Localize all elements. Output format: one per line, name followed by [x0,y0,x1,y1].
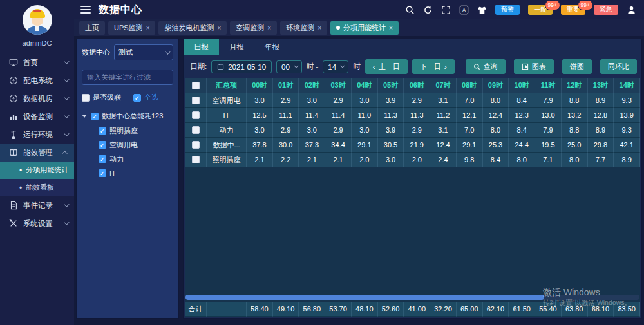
sidebar-item-power-distribution[interactable]: 配电系统 [0,71,74,89]
tree-node-checkbox[interactable]: ✓ [99,127,106,135]
value-cell: 12.5 [247,108,273,123]
chevron-down-icon [64,59,69,64]
close-icon[interactable]: × [146,24,150,32]
theme-shirt-icon[interactable] [477,5,487,15]
refresh-icon[interactable] [423,5,433,15]
tab-分项用能统计[interactable]: 分项用能统计× [330,21,399,35]
sidebar-subitem-energy-board[interactable]: •能效看板 [0,179,74,196]
next-day-button[interactable]: 下一日 › [412,59,455,74]
bullet-icon: • [19,166,22,175]
energy-table: 汇总项00时01时02时03时04时05时06时07时08时09时10时11时1… [185,78,640,317]
hour-start-select[interactable]: 00 [276,60,302,73]
totals-value-cell: 55.40 [535,302,562,317]
cascade-label[interactable]: 是否级联 [93,93,121,102]
date-picker[interactable]: 2021-05-10 [211,60,272,73]
tab-label: 主页 [85,23,99,33]
menu-toggle-icon[interactable] [80,6,91,14]
tab-主页[interactable]: 主页 [79,21,105,35]
datacenter-select[interactable]: 测试 [114,44,173,60]
row-checkbox[interactable] [192,126,200,134]
row-checkbox-cell [185,153,207,167]
pie-chart-button[interactable]: 饼图 [562,59,592,74]
sidebar-item-environment[interactable]: 运行环境 [0,125,74,144]
chart-button[interactable]: 图表 [514,59,554,74]
tab-bar: 主页UPS监测×柴油发电机监测×空调监测×环境监测×分项用能统计× [74,19,644,36]
row-label-cell: 空调用电 [207,93,247,108]
select-all-rows-checkbox[interactable] [192,82,200,89]
close-icon[interactable]: × [317,24,321,32]
tree-node-checkbox[interactable]: ✓ [99,141,106,149]
tree-root-checkbox[interactable]: ✓ [91,113,99,120]
energy-icon [9,148,18,157]
tab-空调监测[interactable]: 空调监测× [230,21,277,35]
header-cell: 汇总项 [207,78,247,93]
tree-node-IT[interactable]: ✓IT [99,166,173,180]
user-icon[interactable] [627,5,636,15]
tab-柴油发电机监测[interactable]: 柴油发电机监测× [158,21,227,35]
sidebar-item-home[interactable]: 首页 [0,53,74,71]
alarm-badge-urgent[interactable]: 紧急 [594,5,618,15]
close-icon[interactable]: × [389,24,393,32]
select-all-checkbox[interactable]: ✓ [133,94,141,102]
value-cell: 19.5 [535,138,562,153]
value-cell: 3.9 [378,93,404,108]
sidebar-item-system-settings[interactable]: 系统设置 [0,214,74,232]
close-icon[interactable]: × [217,24,221,32]
fullscreen-icon[interactable] [441,5,451,15]
alarm-badge-warn[interactable]: 预警 [495,5,520,15]
sidebar-item-event-log[interactable]: 事件记录 [0,196,74,214]
row-checkbox[interactable] [192,97,200,104]
hour-start-value: 00 [281,63,290,71]
cascade-checkbox[interactable] [82,94,90,102]
tree-node-照明插座[interactable]: ✓照明插座 [99,124,173,138]
avatar[interactable] [23,5,52,35]
tab-环境监测[interactable]: 环境监测× [280,21,327,35]
prev-day-button[interactable]: ‹ 上一日 [365,59,408,74]
tree-filter-input[interactable] [82,70,173,85]
row-checkbox[interactable] [192,156,200,163]
scrollbar-thumb[interactable] [185,295,544,300]
tree-children: ✓照明插座✓空调用电✓动力✓IT [99,124,173,180]
tree-node-checkbox[interactable]: ✓ [99,169,106,177]
translate-icon[interactable]: A [459,5,469,15]
calendar-icon [217,63,224,70]
tree-expand-caret-icon[interactable] [82,115,87,118]
report-tab-日报[interactable]: 日报 [184,39,219,55]
totals-value-cell: 61.50 [509,302,535,317]
report-tab-月报[interactable]: 月报 [219,39,254,55]
tree-node-动力[interactable]: ✓动力 [99,152,173,166]
search-icon[interactable] [405,5,415,15]
alarm-badge-important[interactable]: 重要99+ [561,5,585,15]
value-cell: 2.4 [430,153,457,167]
row-checkbox[interactable] [192,111,200,119]
tab-label: 柴油发电机监测 [164,23,214,33]
tab-UPS监测[interactable]: UPS监测× [108,21,155,35]
value-cell: 12.4 [483,108,509,123]
close-icon[interactable]: × [267,24,271,32]
select-all-label[interactable]: 全选 [144,93,158,102]
header-cell: 10时 [509,78,535,93]
query-button[interactable]: 查询 [466,59,506,74]
report-tab-年报[interactable]: 年报 [254,39,290,55]
hour-end-select[interactable]: 14 [323,60,348,73]
sidebar-item-energy-mgmt[interactable]: 能效管理 [0,144,74,162]
value-cell: 30.5 [378,138,404,153]
tree-node-checkbox[interactable]: ✓ [99,155,106,163]
value-cell: 11.1 [273,108,299,123]
row-checkbox[interactable] [192,141,200,149]
header-cell: 14时 [614,78,640,93]
alarm-badge-normal[interactable]: 一般99+ [528,5,553,15]
value-cell: 12.8 [588,108,614,123]
sidebar-item-data-room[interactable]: 数据机房 [0,89,74,107]
value-cell: 42.1 [614,138,640,153]
tree-node-空调用电[interactable]: ✓空调用电 [99,138,173,152]
header-cell: 02时 [299,78,325,93]
sidebar-item-device-monitor[interactable]: 设备监测 [0,107,74,125]
chevron-down-icon [64,201,69,207]
compare-button[interactable]: 同环比 [600,59,637,74]
horizontal-scrollbar[interactable] [185,295,639,300]
sidebar-subitem-energy-stats[interactable]: •分项用能统计 [0,162,74,179]
value-cell: 8.9 [588,93,614,108]
value-cell: 3.1 [430,93,457,108]
tree-root-node[interactable]: ✓ 数据中心总能耗123 [82,111,173,121]
